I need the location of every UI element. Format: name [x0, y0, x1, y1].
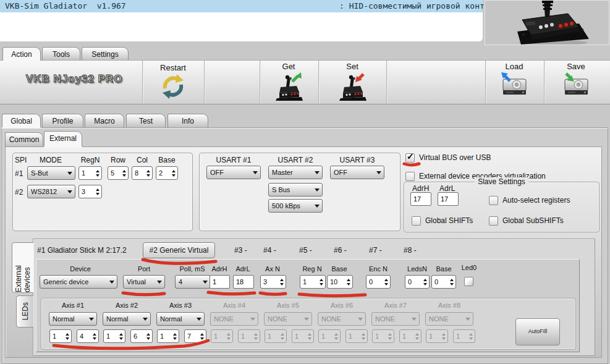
- spinner-arrows-icon[interactable]: [318, 276, 325, 288]
- axis1-mode-dropdown[interactable]: Normal: [49, 312, 97, 326]
- spinner-arrows-icon[interactable]: [121, 167, 128, 179]
- auto-select-registers-checkbox[interactable]: Auto-select registers: [489, 196, 570, 205]
- spinner-arrows-icon[interactable]: [278, 276, 286, 288]
- tab-global[interactable]: Global: [2, 114, 41, 127]
- ledsn-label: LedsN: [404, 265, 430, 273]
- device-tab-2-selected[interactable]: #2 Generic Virtual: [143, 242, 215, 258]
- tab-tools[interactable]: Tools: [42, 47, 80, 61]
- ledsn-spinner[interactable]: 0: [405, 275, 430, 289]
- usart3-mode-dropdown[interactable]: OFF: [330, 166, 384, 179]
- adrh-field[interactable]: [210, 275, 230, 289]
- device-tab-1[interactable]: #1 Gladiator Stick M 2:17.2: [37, 246, 127, 255]
- axis2-mode-dropdown[interactable]: Normal: [103, 312, 151, 326]
- tab-action[interactable]: Action: [2, 47, 41, 61]
- get-button[interactable]: Get: [261, 62, 316, 103]
- autofill-button[interactable]: AutoFIll: [515, 318, 560, 345]
- device-tab-4[interactable]: #4 -: [263, 246, 276, 255]
- tab-macro[interactable]: Macro: [85, 114, 124, 127]
- led-base-spinner[interactable]: 0: [431, 275, 456, 289]
- set-button[interactable]: Set: [320, 62, 385, 103]
- encn-spinner[interactable]: 0: [366, 275, 391, 289]
- usart2-bus-dropdown[interactable]: S Bus: [268, 183, 323, 197]
- side-tab-external-devices[interactable]: External devices: [12, 242, 33, 293]
- port-dropdown[interactable]: Virtual: [123, 275, 165, 289]
- restart-button[interactable]: Restart: [143, 63, 203, 103]
- spinner-arrows-icon[interactable]: [94, 167, 101, 179]
- spinner-arrows-icon[interactable]: [117, 330, 125, 342]
- device-label: Device: [59, 265, 102, 273]
- axis1-spinner-a[interactable]: 1: [49, 329, 72, 343]
- poll-dropdown[interactable]: 4: [175, 275, 211, 289]
- spinner-arrows-icon[interactable]: [145, 167, 152, 179]
- spi1-regn-spinner[interactable]: 1: [78, 166, 102, 180]
- virtual-bus-checkbox[interactable]: Virtual BUS over USB: [405, 153, 491, 163]
- device-tab-5[interactable]: #5 -: [299, 246, 312, 255]
- chevron-down-icon: [312, 169, 322, 177]
- spinner-arrows-icon[interactable]: [170, 167, 177, 179]
- global-shifts-checkbox[interactable]: Global SHIFTs: [412, 216, 473, 226]
- spi-header-base: Base: [156, 156, 178, 164]
- tab-settings[interactable]: Settings: [82, 47, 129, 61]
- usart2-speed-dropdown[interactable]: 500 kBps: [268, 199, 323, 213]
- axis3-spinner-b[interactable]: 7: [184, 329, 206, 343]
- axn-spinner[interactable]: 3: [260, 275, 286, 289]
- device-type-dropdown[interactable]: Generic device: [40, 275, 117, 289]
- chevron-down-icon: [87, 315, 96, 323]
- led0-checkbox[interactable]: [464, 277, 473, 286]
- spinner-arrows-icon[interactable]: [345, 276, 352, 288]
- device-tab-7[interactable]: #7 -: [369, 246, 382, 255]
- axis2-spinner-b[interactable]: 6: [130, 329, 153, 343]
- tab-common[interactable]: Common: [5, 132, 43, 146]
- adrl-field[interactable]: [233, 275, 254, 289]
- adrh-label: AdrH: [209, 265, 230, 273]
- spinner-arrows-icon[interactable]: [145, 330, 152, 342]
- base-spinner[interactable]: 10: [327, 275, 353, 289]
- spi1-col-spinner[interactable]: 8: [132, 166, 153, 180]
- device-tab-3[interactable]: #3 -: [234, 246, 247, 255]
- axis3-spinner-a[interactable]: 1: [157, 329, 179, 343]
- spinner-arrows-icon[interactable]: [198, 330, 206, 342]
- chevron-down-icon: [312, 202, 322, 210]
- spinner-arrows-icon[interactable]: [421, 276, 429, 288]
- axis4-label: Axis #4: [209, 302, 260, 309]
- side-tab-leds[interactable]: LEDs: [16, 295, 33, 328]
- brand-logo: VKB NJoy32 PRO: [19, 73, 130, 85]
- spinner-arrows-icon[interactable]: [448, 276, 455, 288]
- spi1-base-spinner[interactable]: 2: [156, 166, 178, 180]
- usart2-mode-dropdown[interactable]: Master: [268, 166, 323, 179]
- tab-external[interactable]: External: [44, 131, 82, 146]
- spinner-arrows-icon[interactable]: [64, 330, 71, 342]
- spi1-mode-dropdown[interactable]: S-But: [27, 166, 75, 180]
- load-button[interactable]: Load: [486, 62, 542, 102]
- regn-spinner[interactable]: 1: [300, 275, 326, 289]
- axis1-spinner-b[interactable]: 4: [77, 329, 99, 343]
- axis6-spinner-b: 1: [345, 329, 368, 343]
- spinner-arrows-icon[interactable]: [94, 185, 101, 198]
- axis8-spinner-a: 1: [426, 329, 448, 343]
- spi1-row-spinner[interactable]: 5: [108, 166, 129, 180]
- axis2-label: Axis #2: [101, 302, 152, 309]
- spi2-regn-spinner[interactable]: 3: [78, 185, 102, 198]
- axis3-mode-dropdown[interactable]: Normal: [156, 312, 205, 326]
- spinner-arrows-icon[interactable]: [383, 276, 390, 288]
- axis7-spinner-a: 1: [372, 329, 394, 343]
- spinner-arrows-icon[interactable]: [171, 330, 179, 342]
- chevron-down-icon: [155, 278, 164, 286]
- chevron-down-icon: [65, 188, 75, 196]
- spinner-arrows-icon[interactable]: [91, 330, 98, 342]
- spinner-arrows-icon: [467, 330, 475, 342]
- tab-profile[interactable]: Profile: [42, 114, 83, 127]
- app-title: VKB-Sim Gladiator v1.967: [5, 1, 126, 11]
- device-tab-8[interactable]: #8 -: [404, 246, 417, 255]
- slave-adrl-field[interactable]: [438, 192, 459, 206]
- device-tab-6[interactable]: #6 -: [334, 246, 347, 255]
- spi2-mode-dropdown[interactable]: WS2812: [27, 185, 75, 198]
- tab-info[interactable]: Info: [167, 114, 208, 127]
- save-button[interactable]: Save: [545, 62, 607, 102]
- usart1-mode-dropdown[interactable]: OFF: [206, 166, 261, 179]
- slave-adrh-field[interactable]: [410, 192, 431, 206]
- axis2-spinner-a[interactable]: 1: [103, 329, 125, 343]
- global-subshifts-checkbox[interactable]: Global SubSHIFTs: [489, 216, 564, 226]
- spinner-arrows-icon: [413, 330, 421, 342]
- tab-test[interactable]: Test: [126, 114, 166, 127]
